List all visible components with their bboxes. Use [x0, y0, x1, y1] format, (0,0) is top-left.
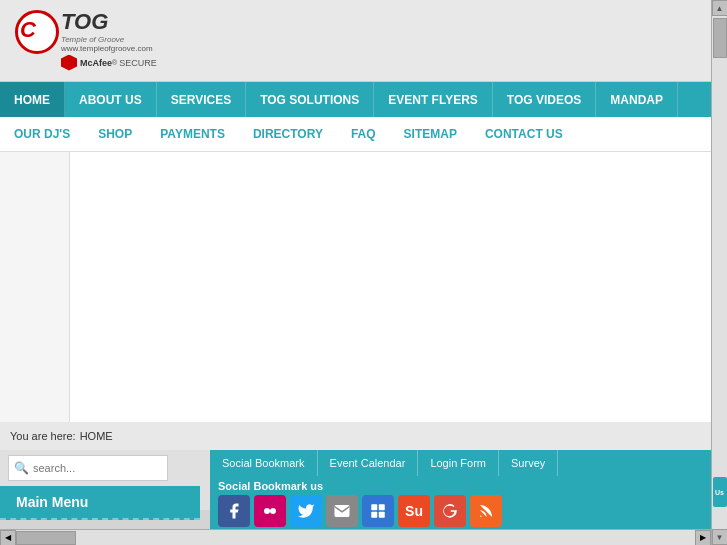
- nav-item-home[interactable]: HOME: [0, 82, 65, 117]
- tab-survey[interactable]: Survey: [499, 450, 558, 476]
- logo-area: C TOG Temple of Groove www.templeofgroov…: [10, 5, 162, 75]
- bottom-section: 🔍 Main Menu Social Bookmark Event Calend…: [0, 450, 711, 510]
- logo-text-block: TOG Temple of Groove www.templeofgroove.…: [61, 10, 157, 70]
- mcafee-badge: McAfee ® SECURE: [61, 55, 157, 71]
- scroll-right-arrow[interactable]: ▶: [695, 530, 711, 546]
- stumbleupon-icon-button[interactable]: Su: [398, 495, 430, 527]
- primary-nav: HOME ABOUT US SERVICES TOG SOLUTIONS EVE…: [0, 82, 711, 117]
- delicious-icon-button[interactable]: [362, 495, 394, 527]
- nav-item-contact[interactable]: CONTACT US: [471, 117, 577, 151]
- main-menu-button[interactable]: Main Menu: [0, 486, 200, 520]
- scroll-down-arrow[interactable]: ▼: [712, 529, 728, 545]
- search-box[interactable]: 🔍: [8, 455, 168, 481]
- rss-icon-button[interactable]: [470, 495, 502, 527]
- svg-rect-4: [371, 512, 377, 518]
- search-input[interactable]: [33, 462, 153, 474]
- left-bottom-panel: 🔍 Main Menu: [0, 450, 210, 510]
- twitter-icon-button[interactable]: [290, 495, 322, 527]
- mcafee-label: McAfee: [80, 58, 112, 68]
- search-icon: 🔍: [14, 461, 29, 475]
- svg-point-0: [264, 508, 270, 514]
- left-sidebar: [0, 152, 70, 422]
- social-bookmark-panel: Social Bookmark Event Calendar Login For…: [210, 450, 711, 510]
- scroll-track[interactable]: [16, 530, 695, 546]
- nav-item-shop[interactable]: SHOP: [84, 117, 146, 151]
- svg-rect-2: [371, 504, 377, 510]
- secondary-nav: OUR DJ'S SHOP PAYMENTS DIRECTORY FAQ SIT…: [0, 117, 711, 152]
- breadcrumb-current: HOME: [80, 430, 113, 442]
- v-scroll-thumb[interactable]: [713, 18, 727, 58]
- svg-point-6: [480, 516, 482, 518]
- social-bookmark-content: Social Bookmark us: [210, 476, 711, 531]
- content-area: [0, 152, 711, 422]
- nav-item-sitemap[interactable]: SITEMAP: [390, 117, 471, 151]
- scroll-left-arrow[interactable]: ◀: [0, 530, 16, 546]
- email-icon-button[interactable]: [326, 495, 358, 527]
- nav-item-services[interactable]: SERVICES: [157, 82, 246, 117]
- social-icons-row: Su: [218, 495, 703, 527]
- search-row: 🔍: [0, 450, 210, 486]
- svg-rect-3: [379, 504, 385, 510]
- myspace-icon-button[interactable]: [254, 495, 286, 527]
- breadcrumb: You are here: HOME: [0, 422, 711, 450]
- mcafee-tm: ®: [112, 59, 117, 66]
- nav-item-directory[interactable]: DIRECTORY: [239, 117, 337, 151]
- tab-social-bookmark[interactable]: Social Bookmark: [210, 450, 318, 476]
- tab-login-form[interactable]: Login Form: [418, 450, 499, 476]
- logo-url: www.templeofgroove.com: [61, 44, 157, 53]
- nav-item-about[interactable]: ABOUT US: [65, 82, 157, 117]
- nav-item-videos[interactable]: TOG VIDEOS: [493, 82, 596, 117]
- scroll-up-arrow[interactable]: ▲: [712, 0, 728, 16]
- logo-c-letter: C: [20, 17, 36, 43]
- nav-item-faq[interactable]: FAQ: [337, 117, 390, 151]
- svg-rect-5: [379, 512, 385, 518]
- nav-item-payments[interactable]: PAYMENTS: [146, 117, 239, 151]
- logo-circle: C: [15, 10, 59, 54]
- breadcrumb-prefix: You are here:: [10, 430, 76, 442]
- social-bookmark-title: Social Bookmark us: [218, 480, 703, 492]
- nav-item-solutions[interactable]: TOG SOLUTIONS: [246, 82, 374, 117]
- scroll-thumb[interactable]: [16, 531, 76, 545]
- mcafee-shield-icon: [61, 55, 77, 71]
- nav-item-mandap[interactable]: MANDAP: [596, 82, 678, 117]
- mcafee-secure-text: SECURE: [119, 58, 157, 68]
- nav-item-flyers[interactable]: EVENT FLYERS: [374, 82, 493, 117]
- horizontal-scrollbar[interactable]: ◀ ▶: [0, 529, 711, 545]
- facebook-icon-button[interactable]: [218, 495, 250, 527]
- social-tabs-row: Social Bookmark Event Calendar Login For…: [210, 450, 711, 476]
- tab-event-calendar[interactable]: Event Calendar: [318, 450, 419, 476]
- main-menu-label: Main Menu: [16, 494, 88, 510]
- side-button-top[interactable]: Us: [713, 477, 727, 507]
- main-content: [70, 152, 711, 422]
- logo-tagline: Temple of Groove: [61, 35, 157, 44]
- google-icon-button[interactable]: [434, 495, 466, 527]
- svg-point-1: [270, 508, 276, 514]
- vertical-scrollbar[interactable]: ▲ Us ▼: [711, 0, 727, 545]
- nav-item-djs[interactable]: OUR DJ'S: [0, 117, 84, 151]
- logo-tog-name: TOG: [61, 10, 157, 34]
